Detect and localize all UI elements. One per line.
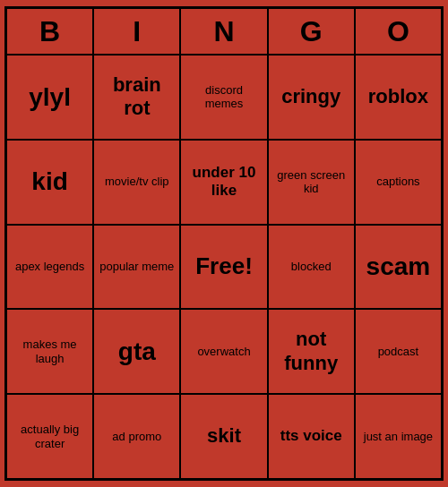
bingo-card: BINGO ylylbrain rotdiscord memescringyro… [4,6,444,481]
bingo-row-4: actually big craterad promoskittts voice… [6,394,442,479]
bingo-cell-2-0: apex legends [6,225,93,310]
bingo-cell-0-2: discord memes [180,55,267,140]
bingo-cell-3-2: overwatch [180,309,267,394]
bingo-cell-1-0: kid [6,140,93,225]
bingo-cell-2-3: blocked [268,225,355,310]
bingo-cell-4-4: just an image [355,394,442,479]
bingo-cell-4-0: actually big crater [6,394,93,479]
bingo-cell-0-1: brain rot [93,55,180,140]
bingo-cell-2-2: Free! [180,225,267,310]
bingo-cell-1-1: movie/tv clip [93,140,180,225]
header-letter-g: G [268,8,355,55]
bingo-cell-3-1: gta [93,309,180,394]
bingo-cell-0-3: cringy [268,55,355,140]
bingo-cell-2-1: popular meme [93,225,180,310]
bingo-grid: ylylbrain rotdiscord memescringyrobloxki… [6,55,442,479]
bingo-header: BINGO [6,8,442,55]
bingo-row-3: makes me laughgtaoverwatchnot funnypodca… [6,309,442,394]
bingo-cell-3-0: makes me laugh [6,309,93,394]
bingo-cell-3-4: podcast [355,309,442,394]
bingo-row-0: ylylbrain rotdiscord memescringyroblox [6,55,442,140]
header-letter-n: N [180,8,267,55]
bingo-cell-4-3: tts voice [268,394,355,479]
bingo-row-2: apex legendspopular memeFree!blockedscam [6,225,442,310]
header-letter-i: I [93,8,180,55]
header-letter-o: O [355,8,442,55]
bingo-cell-1-2: under 10 like [180,140,267,225]
bingo-row-1: kidmovie/tv clipunder 10 likegreen scree… [6,140,442,225]
bingo-cell-1-3: green screen kid [268,140,355,225]
header-letter-b: B [6,8,93,55]
bingo-cell-3-3: not funny [268,309,355,394]
bingo-cell-0-4: roblox [355,55,442,140]
bingo-cell-2-4: scam [355,225,442,310]
bingo-cell-0-0: ylyl [6,55,93,140]
bingo-cell-4-2: skit [180,394,267,479]
bingo-cell-1-4: captions [355,140,442,225]
bingo-cell-4-1: ad promo [93,394,180,479]
